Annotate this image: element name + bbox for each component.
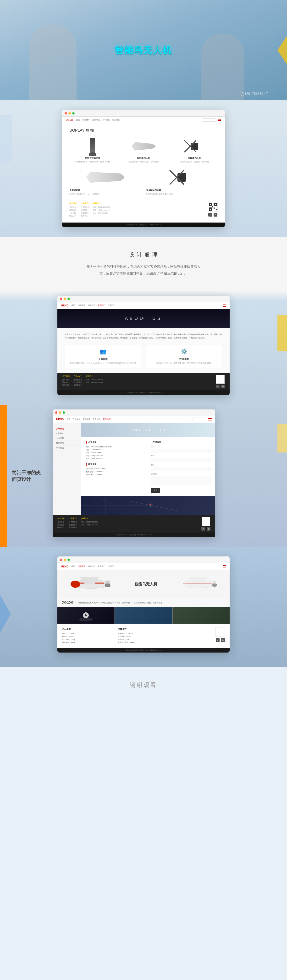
hero-phone: (0)13517568301 7 (241, 92, 268, 95)
nav-search-input[interactable] (202, 118, 217, 122)
sidebar-item-jobs[interactable]: 人才招聘 (56, 436, 78, 441)
browser-close[interactable] (65, 112, 67, 115)
nav-item-home-3[interactable]: 首页 (67, 418, 70, 420)
about-footer-col2-text: 手持稳定器固定翼系列多旋翼系列 (74, 379, 82, 387)
nav-search-input-4[interactable] (207, 565, 221, 568)
nav-item-news-2[interactable]: 新闻动态 (88, 304, 95, 307)
contact-footer-col1: 关于我们 公司简介新闻动态联系我们 (57, 517, 65, 529)
nav-item-contact-4[interactable]: 联系我们 (108, 565, 115, 568)
product-img-multirotor (172, 138, 218, 155)
nav-item-about[interactable]: 关于我们 (102, 119, 110, 121)
nav-item-home-4[interactable]: 首页 (71, 565, 75, 568)
contact-footer-qr: f 微 (201, 517, 210, 531)
spec-list-2: 最大速度：120km/h 续航时间：90min 控制距离：30km 最大飞行高度… (118, 632, 169, 644)
footer-qr-area: f 微 (208, 202, 218, 216)
sidebar-item-contact[interactable]: 联系我们 (56, 445, 78, 450)
browser-close-4[interactable] (60, 558, 62, 561)
contact-form-name-input[interactable] (151, 449, 210, 453)
about-card-title-tech: 技术优势 (150, 358, 218, 361)
about-facebook-icon: f (216, 385, 220, 388)
drone-cn-title: 智能鸟无人机 (134, 582, 157, 587)
nav-item-contact-2[interactable]: 联系我们 (108, 304, 115, 307)
nav-item-home-2[interactable]: 首页 (71, 304, 75, 307)
browser-max-2[interactable] (67, 298, 70, 300)
nav-logo-3: UEND (56, 418, 64, 421)
nav-item-products-3[interactable]: 产品展示 (73, 418, 80, 420)
map-pin: 📍 (148, 503, 152, 507)
browser-maximize[interactable] (72, 112, 75, 115)
nav-item-about-3[interactable]: 关于我们 (93, 418, 100, 420)
product-item-large-fw: 大型固定翼 军用级别固定翼无人机，适用于测绘勘探 (69, 168, 141, 195)
product-item-gimbal: 悠拍手持稳定器 多轴手持稳定器，3轴防抖设计，适配各种手机 (69, 138, 115, 163)
sidebar-item-tech[interactable]: 技术优势 (56, 441, 78, 445)
contact-info-area: 企业信息 地址：深圳市南山区科技园A座5楼 电话：0755-88888888 手… (81, 437, 215, 496)
browser-close-2[interactable] (60, 298, 62, 300)
nav-item-about-2[interactable]: 关于我们 (97, 304, 105, 307)
nav-item-contact-3[interactable]: 联系我们 (103, 418, 110, 420)
nav-item-products-4[interactable]: 产品展示 (78, 565, 85, 568)
nav-search-input-3[interactable] (193, 418, 207, 421)
contact-footer: 关于我们 公司简介新闻动态联系我们 产品中心 手持稳定器固定翼系列多旋翼系列 联… (53, 515, 215, 533)
contact-footer-col2: 产品中心 手持稳定器固定翼系列多旋翼系列 (69, 517, 77, 529)
video-thumb-1[interactable] (57, 607, 115, 624)
spec-list: 翼展：2000mm 机身长：1200mm 起飞重量：3.5kg 巡航速度：80k… (62, 632, 113, 644)
contact-form-name-field: 姓名 (151, 445, 210, 453)
footer-col-1: 关于我们 公司简介新闻动态人才招聘联系我们 (69, 202, 77, 218)
contact-footer-col3-title: 联系方式 (81, 517, 198, 520)
nav-right-4 (207, 565, 226, 568)
product-item-title-gimbal: 悠拍手持稳定器 (69, 157, 115, 160)
product-model-desc: 专业级智能固定翼无人机，采用先进复合材料机身，超长续航，广泛应用于测绘、巡检、侦… (78, 601, 225, 604)
nav-item-products[interactable]: 产品展示 (82, 119, 90, 121)
product-img-gimbal (69, 138, 115, 155)
contact-form: 在线留言 姓名 电话 邮箱 (151, 441, 210, 493)
video-thumb-2[interactable] (115, 607, 172, 624)
simple-design-label: 简洁干净的炎面页设计 (12, 469, 41, 483)
design-title: 设 计 服 理 (129, 251, 158, 258)
footer-copyright: Copyright 2016 © 版权所有 All Rights Reserve… (62, 223, 225, 228)
contact-form-message-input[interactable] (151, 476, 210, 485)
browser-minimize[interactable] (69, 112, 71, 115)
nav-item-contact[interactable]: 联系我们 (112, 119, 120, 121)
browser-max-4[interactable] (67, 558, 70, 561)
nav-item-news-4[interactable]: 新闻动态 (88, 565, 95, 568)
footer-col1-title: 关于我们 (69, 202, 77, 205)
contact-form-phone-input[interactable] (151, 458, 210, 462)
video-thumb-3[interactable] (172, 607, 230, 624)
simple-design-text: 简洁干净的炎面页设计 (12, 469, 41, 483)
nav-right-3 (193, 418, 212, 421)
browser-min-4[interactable] (64, 558, 66, 561)
about-card-desc-tech: 掌握核心飞控技术，拥有多项专利，产品稳定性和可靠性行业领先 (150, 362, 218, 364)
about-footer-col3-title: 联系方式 (86, 375, 212, 378)
about-footer-col2: 产品中心 手持稳定器固定翼系列多旋翼系列 (74, 375, 82, 387)
sidebar-item-profile[interactable]: 公司简介 (56, 431, 78, 436)
contact-company-info: 企业信息 地址：深圳市南山区科技园A座5楼 电话：0755-88888888 手… (86, 441, 146, 493)
footer-col2-text: 手持稳定器固定翼系列多旋翼系列配件中心 (81, 206, 89, 218)
quad-arm-2 (184, 146, 191, 153)
play-button-1[interactable] (83, 612, 89, 618)
nav-search-input-2[interactable] (207, 304, 221, 307)
nav-item-products-2[interactable]: 产品展示 (78, 304, 85, 307)
contact-footer-col2-title: 产品中心 (69, 517, 77, 520)
nav-item-news-3[interactable]: 新闻动态 (83, 418, 91, 420)
about-weibo-icon: 微 (221, 385, 225, 388)
drone-center-title: 智能鸟无人机 (134, 582, 157, 587)
browser-min-3[interactable] (59, 411, 61, 414)
contact-form-email-input[interactable] (151, 467, 210, 471)
nav-item-news[interactable]: 新闻动态 (92, 119, 100, 121)
quad-drone-large (170, 166, 193, 189)
deco-yellow-right (277, 424, 287, 452)
nav-item-home[interactable]: 首页 (76, 119, 80, 121)
sidebar-item-about[interactable]: 关于我们 (56, 426, 78, 431)
browser-close-3[interactable] (55, 411, 57, 414)
contact-form-phone-label: 电话 (151, 454, 210, 457)
about-hero: ABOUT US (57, 309, 230, 328)
browser-max-3[interactable] (63, 411, 65, 414)
about-card-title-people: 人力优势 (69, 358, 137, 361)
contact-submit-btn[interactable]: 提 交 (151, 488, 160, 493)
product-item-title-mr: 多旋翼无人机 (172, 157, 218, 160)
browser-min-2[interactable] (64, 298, 66, 300)
spec-social-icons: f 微 (216, 638, 225, 642)
about-footer-qr: f 微 (216, 375, 225, 388)
product-page-title: UOPLAY 悠 拍 (69, 128, 218, 133)
nav-item-about-4[interactable]: 关于我们 (97, 565, 105, 568)
